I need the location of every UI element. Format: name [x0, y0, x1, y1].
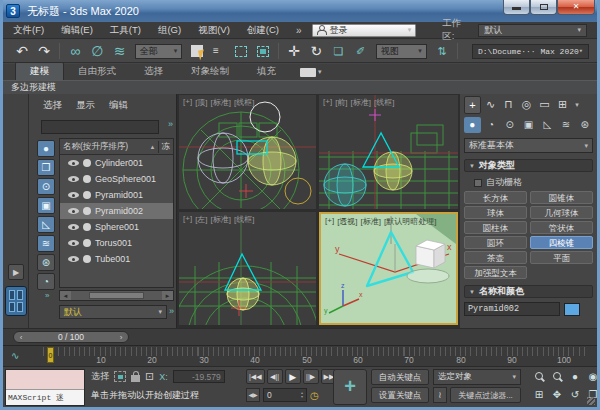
visibility-eye-icon[interactable] [68, 191, 79, 199]
viewport-perspective-active[interactable]: y x z x y [319, 212, 458, 325]
filter-cameras-icon[interactable]: ▣ [37, 197, 55, 214]
explorer-overflow-icon[interactable]: » [45, 291, 49, 300]
tab-display-icon[interactable]: ▭ [536, 96, 553, 114]
viewport-left[interactable]: [+] [左] [标准] [线框] [179, 212, 316, 325]
sign-in-button[interactable]: 登录 ▾ [312, 24, 417, 37]
zoom-all-icon[interactable] [549, 369, 565, 385]
viewport-menu-view[interactable]: [左] [195, 214, 207, 225]
filter-spacewarps-icon[interactable]: ≋ [37, 235, 55, 252]
scrollbar-thumb[interactable] [89, 292, 144, 299]
absolute-offset-toggle-icon[interactable]: ⊡ [145, 370, 154, 383]
selection-set-dropdown[interactable]: 默认 ▾ [59, 305, 167, 319]
button-teapot[interactable]: 茶壶 [464, 251, 527, 264]
tab-motion-icon[interactable]: ◎ [518, 96, 535, 114]
maxscript-mini-listener[interactable]: MAXScript 迷 [5, 369, 85, 406]
viewport-menu-shading[interactable]: [线框] [234, 214, 254, 225]
track-bar[interactable]: ∿ 0 10 20 30 40 50 60 70 80 90 100 [3, 345, 597, 366]
default-tangent-icon[interactable]: ≀ [433, 387, 447, 403]
autogrid-checkbox[interactable] [474, 179, 482, 187]
object-category-dropdown[interactable]: 标准基本体 ▾ [464, 138, 593, 153]
filter-geometry-icon[interactable]: ● [37, 140, 55, 157]
explorer-overflow-icon[interactable]: » [168, 119, 173, 129]
button-sphere[interactable]: 球体 [464, 206, 527, 219]
minimize-button[interactable] [503, 0, 530, 15]
ribbon-minimize-icon[interactable] [300, 68, 316, 77]
tabs-overflow-icon[interactable]: ▾ [572, 96, 582, 114]
zoom-extents-icon[interactable]: ● [567, 369, 583, 385]
mini-curve-editor-icon[interactable]: ∿ [11, 350, 19, 361]
next-key-button[interactable]: ||▶ [303, 369, 319, 384]
tab-hierarchy-icon[interactable]: ⊓ [500, 96, 517, 114]
scroll-right-icon[interactable]: ► [162, 291, 173, 300]
viewport-menu-plus[interactable]: [+] [323, 97, 332, 108]
ribbon-panel-polygon-modeling[interactable]: 多边形建模 [11, 81, 56, 94]
list-item-torus001[interactable]: Torus001 [60, 235, 173, 251]
select-and-scale-button[interactable]: ❏ [330, 42, 346, 60]
maximize-button[interactable] [530, 0, 557, 15]
select-and-rotate-button[interactable]: ↻ [308, 42, 324, 60]
button-box[interactable]: 长方体 [464, 191, 527, 204]
column-header-frozen[interactable]: 冻 [158, 141, 171, 153]
previous-frame-icon[interactable]: ‹ [14, 333, 28, 342]
menu-group[interactable]: 组(G) [158, 24, 181, 37]
category-geometry-icon[interactable]: ● [464, 117, 481, 133]
button-plane[interactable]: 平面 [530, 251, 593, 264]
select-and-place-button[interactable]: ✐ [353, 42, 369, 60]
current-frame-marker[interactable]: 0 [47, 347, 54, 363]
resize-grip[interactable] [587, 397, 595, 405]
button-geosphere[interactable]: 几何球体 [530, 206, 593, 219]
menu-file[interactable]: 文件(F) [13, 24, 44, 37]
viewport-menu-style[interactable]: [标准] [361, 216, 381, 227]
close-button[interactable]: ✕ [557, 0, 595, 15]
list-item-cylinder001[interactable]: Cylinder001 [60, 155, 173, 171]
use-pivot-center-button[interactable]: ⇅ [434, 42, 450, 60]
viewport-menu-view[interactable]: [透视] [337, 216, 357, 227]
viewport-menu-view[interactable]: [前] [335, 97, 347, 108]
visibility-eye-icon[interactable] [68, 175, 79, 183]
menu-views[interactable]: 视图(V) [198, 24, 230, 37]
explorer-flyout-button[interactable]: ▶ [8, 264, 24, 280]
viewport-menu-style[interactable]: [标准] [211, 214, 231, 225]
auto-key-button[interactable]: 自动关键点 [371, 369, 429, 385]
explorer-menu-select[interactable]: 选择 [43, 99, 62, 112]
maxscript-macro-line[interactable] [6, 370, 84, 390]
list-item-pyramid002-selected[interactable]: Pyramid002 [60, 203, 173, 219]
viewport-top[interactable]: [+] [顶] [标准] [线框] [179, 95, 316, 209]
viewport-menu-style[interactable]: [标准] [351, 97, 371, 108]
scroll-left-icon[interactable]: ◄ [60, 291, 71, 300]
time-slider-track[interactable]: ‹ 0 / 100 › [3, 328, 597, 345]
list-item-tube001[interactable]: Tube001 [60, 251, 173, 267]
list-item-pyramid001[interactable]: Pyramid001 [60, 187, 173, 203]
button-textplus[interactable]: 加强型文本 [464, 266, 527, 279]
explorer-search-input[interactable] [41, 120, 159, 134]
menu-tools[interactable]: 工具(T) [110, 24, 141, 37]
explorer-menu-edit[interactable]: 编辑 [109, 99, 128, 112]
filter-bones-icon[interactable]: ◔ [37, 273, 55, 290]
tab-modify-icon[interactable]: ∿ [482, 96, 499, 114]
filter-shapes-icon[interactable]: ❐ [37, 159, 55, 176]
visibility-eye-icon[interactable] [68, 239, 79, 247]
zoom-icon[interactable] [531, 369, 547, 385]
maxscript-listener-line[interactable]: MAXScript 迷 [6, 390, 84, 405]
orbit-icon[interactable]: ↺ [567, 387, 583, 403]
select-by-name-button[interactable]: ≡ [213, 45, 226, 57]
visibility-eye-icon[interactable] [68, 223, 79, 231]
select-and-move-button[interactable]: ✛ [286, 42, 302, 60]
object-color-swatch[interactable] [564, 303, 580, 316]
next-frame-icon[interactable]: › [114, 333, 128, 342]
viewport-menu-shading[interactable]: [线框] [374, 97, 394, 108]
chevron-down-icon[interactable]: ▾ [318, 68, 322, 76]
menu-create[interactable]: 创建(C) [247, 24, 279, 37]
viewport-menu-style[interactable]: [标准] [211, 97, 231, 108]
redo-button[interactable]: ↷ [36, 42, 52, 60]
viewport-menu-plus[interactable]: [+] [183, 214, 192, 225]
key-filters-button[interactable]: 关键点过滤器... [450, 387, 521, 403]
select-and-link-button[interactable]: ∞ [67, 42, 83, 60]
spinner-icon[interactable]: ▴ ▾ [301, 391, 303, 399]
key-mode-toggle-icon[interactable]: ◀▶ [246, 388, 260, 402]
category-shapes-icon[interactable]: ◔ [483, 117, 500, 133]
bind-to-space-warp-button[interactable]: ≋ [112, 42, 128, 60]
selection-filter-dropdown[interactable]: 全部 ▾ [135, 44, 183, 59]
button-torus[interactable]: 圆环 [464, 236, 527, 249]
visibility-eye-icon[interactable] [68, 159, 79, 167]
